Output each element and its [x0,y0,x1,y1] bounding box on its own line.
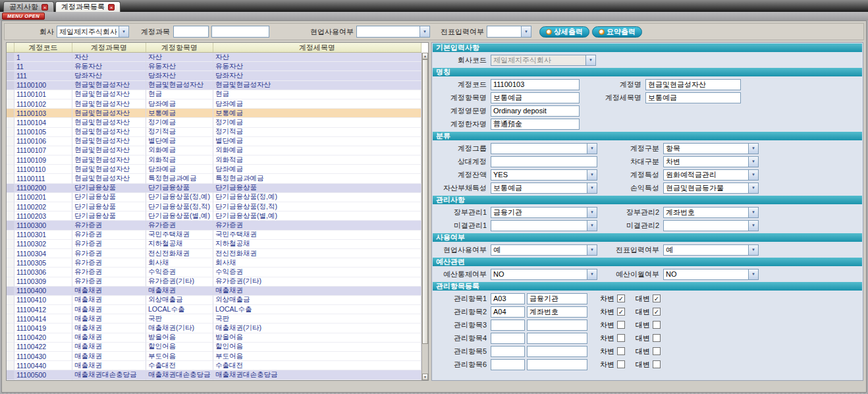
chevron-down-icon[interactable]: ▼ [748,245,758,255]
row-selector[interactable] [7,221,14,230]
row-selector[interactable] [7,184,14,193]
mgmt-item-3-code-input[interactable] [491,320,525,331]
account-code-filter-input[interactable] [173,26,209,38]
table-row[interactable]: 11100302유가증권지하철공채지하철공채 [7,240,421,249]
row-selector[interactable] [7,343,14,352]
row-selector[interactable] [7,240,14,249]
slip-input-select[interactable]: 예▼ [663,244,759,256]
company-select[interactable]: 제일제지주식회사 ▼ [57,26,129,38]
row-selector[interactable] [7,165,14,174]
account-group-select[interactable]: ▼ [491,143,597,154]
mgmt-item-6-debit-checkbox[interactable] [617,360,625,368]
field-use-filter-select[interactable]: ▼ [356,26,430,38]
table-row[interactable]: 11100203단기금융상품단기금융상품(별,예)단기금융상품(별,예) [7,211,421,221]
row-selector[interactable] [7,361,14,370]
chevron-down-icon[interactable]: ▼ [521,26,531,37]
account-name-input[interactable] [645,79,741,90]
row-selector[interactable] [7,258,14,267]
ledger-mgmt-1-select[interactable]: 금융기관▼ [491,207,597,218]
table-row[interactable]: 11100430매출채권부도어음부도어음 [7,352,421,361]
row-selector[interactable] [7,53,14,62]
table-row[interactable]: 11100110현금및현금성자산당좌예금당좌예금 [7,165,421,174]
mgmt-item-6-name-input[interactable] [527,359,587,370]
mgmt-item-6-credit-checkbox[interactable] [653,360,661,368]
table-row[interactable]: 11100107현금및현금성자산외화예금외화예금 [7,146,421,155]
table-scrollbar[interactable]: ▲ ▼ [421,53,428,380]
row-selector[interactable] [7,249,14,258]
field-use-select[interactable]: 예▼ [491,244,597,256]
company-code-select[interactable]: 제일제지주식회사▼ [491,55,596,66]
account-english-name-input[interactable] [491,105,580,117]
table-row[interactable]: 11100414매출채권국판국판 [7,314,421,324]
account-division-select[interactable]: 항목▼ [663,143,759,154]
row-selector[interactable] [7,305,14,314]
row-selector[interactable] [7,62,14,71]
row-selector[interactable] [7,128,14,137]
ledger-mgmt-2-select[interactable]: 계좌번호▼ [663,207,759,218]
table-row[interactable]: 11100400매출채권매출채권매출채권 [7,287,421,296]
table-row[interactable]: 11100304유가증권전신전화채권전신전화채권 [7,249,421,258]
row-selector[interactable] [7,287,14,296]
mgmt-item-4-debit-checkbox[interactable] [617,334,625,342]
mgmt-item-5-code-input[interactable] [491,346,525,357]
column-header-code[interactable]: 계정코드 [14,43,72,52]
row-selector[interactable] [7,174,14,183]
asset-liability-characteristic-select[interactable]: 보통예금▼ [491,183,597,194]
table-row[interactable]: 11100201단기금융상품단기금융상품(정,예)단기금융상품(정,예) [7,193,421,202]
mgmt-item-1-debit-checkbox[interactable]: ✓ [617,295,625,302]
column-header-detail-name[interactable]: 계정세목명 [213,43,421,52]
table-row[interactable]: 11100412매출채권LOCAL수출LOCAL수출 [7,305,421,314]
table-row[interactable]: 11100104현금및현금성자산정기예금정기예금 [7,118,421,127]
table-row[interactable]: 11100300유가증권유가증권유가증권 [7,221,421,230]
row-selector[interactable] [7,81,14,90]
mgmt-item-4-name-input[interactable] [527,333,587,344]
row-selector[interactable] [7,370,14,380]
row-selector[interactable] [7,333,14,343]
mgmt-item-2-debit-checkbox[interactable]: ✓ [617,308,625,316]
slip-input-filter-select[interactable]: ▼ [487,26,531,38]
mgmt-item-1-code-input[interactable] [491,293,525,304]
account-hanja-name-input[interactable] [491,119,580,130]
row-selector[interactable] [7,314,14,324]
mgmt-item-2-credit-checkbox[interactable]: ✓ [653,308,661,316]
chevron-down-icon[interactable]: ▼ [748,221,758,231]
chevron-down-icon[interactable]: ▼ [587,245,597,255]
chevron-down-icon[interactable]: ▼ [587,269,597,279]
chevron-down-icon[interactable]: ▼ [587,208,597,217]
account-name-filter-input[interactable] [211,26,269,38]
table-row[interactable]: 11100109현금및현금성자산외화적금외화적금 [7,155,421,165]
account-characteristic-select[interactable]: 원화예적금관리▼ [663,169,759,181]
budget-control-select[interactable]: NO▼ [491,269,597,280]
account-code-input[interactable] [491,79,580,90]
table-row[interactable]: 111당좌자산당좌자산당좌자산 [7,71,421,80]
mgmt-item-3-name-input[interactable] [527,320,587,331]
column-header-subject-name[interactable]: 계정과목명 [72,43,146,52]
chevron-down-icon[interactable]: ▼ [748,157,758,167]
table-row[interactable]: 11100422매출채권할인어음할인어음 [7,343,421,352]
row-selector[interactable] [7,202,14,211]
chevron-down-icon[interactable]: ▼ [748,144,758,154]
table-row[interactable]: 11100102현금및현금성자산당좌예금당좌예금 [7,99,421,109]
table-row[interactable]: 11100202단기금융상품단기금융상품(정,적)단기금융상품(정,적) [7,202,421,211]
row-selector[interactable] [7,71,14,80]
scroll-thumb[interactable] [422,59,428,344]
counter-account-input[interactable] [491,156,597,167]
mgmt-item-1-credit-checkbox[interactable]: ✓ [653,295,661,302]
row-selector[interactable] [7,193,14,202]
table-row[interactable]: 11100105현금및현금성자산정기적금정기적금 [7,128,421,137]
row-selector[interactable] [7,267,14,277]
row-selector[interactable] [7,137,14,146]
account-balance-select[interactable]: YES▼ [491,169,597,181]
chevron-down-icon[interactable]: ▼ [587,183,597,193]
pending-mgmt-2-select[interactable]: ▼ [663,220,759,231]
chevron-down-icon[interactable]: ▼ [748,208,758,217]
row-selector[interactable] [7,90,14,99]
profit-loss-characteristic-select[interactable]: 현금및현금등가물▼ [663,183,759,194]
row-selector[interactable] [7,155,14,165]
table-row[interactable]: 11100419매출채권매출채권(기타)매출채권(기타) [7,324,421,333]
table-row[interactable]: 11유동자산유동자산유동자산 [7,62,421,71]
table-row[interactable]: 11100305유가증권회사채회사채 [7,258,421,267]
chevron-down-icon[interactable]: ▼ [587,221,597,231]
row-selector[interactable] [7,277,14,287]
table-row[interactable]: 11100500매출채권대손충당금매출채권대손충당금매출채권대손충당금 [7,370,421,380]
